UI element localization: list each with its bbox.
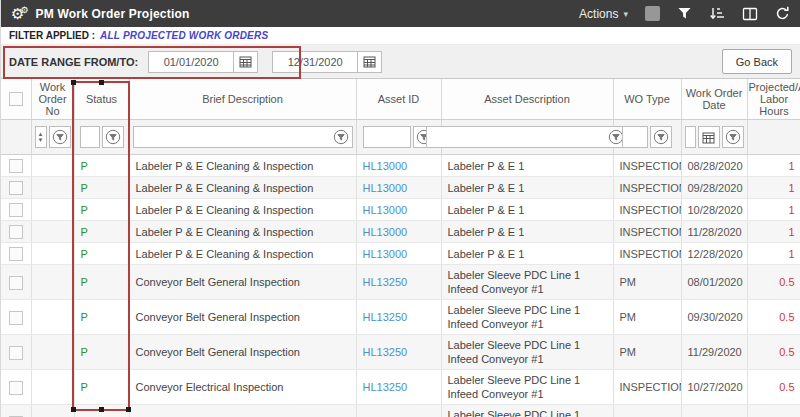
brief-description-filter-button[interactable] [333, 129, 352, 145]
asset-id-link[interactable]: HL13000 [363, 160, 408, 172]
work-order-date-cell: 10/27/2020 [681, 370, 747, 405]
asset-id-link[interactable]: HL13250 [363, 276, 408, 288]
work-order-date-cell: 09/18/2020 [681, 405, 747, 417]
date-to-calendar-button[interactable] [358, 51, 382, 73]
col-header-status[interactable]: Status [74, 79, 129, 120]
titlebar: ⚙⚙ PM Work Order Projection Actions▾ [1, 0, 800, 27]
row-checkbox[interactable] [9, 181, 23, 195]
work-order-no-cell [31, 243, 74, 265]
labor-hours-cell: 0.5 [747, 335, 800, 370]
asset-id-link[interactable]: HL13250 [363, 346, 408, 358]
asset-id-link[interactable]: HL13250 [363, 381, 408, 393]
work-order-no-cell [31, 300, 74, 335]
wo-type-cell: INSPECTION [613, 405, 681, 417]
sort-icon[interactable] [709, 6, 725, 21]
row-select-cell [1, 243, 31, 265]
table-row: PLabeler P & E Cleaning & InspectionHL13… [1, 177, 800, 199]
col-header-wo-type[interactable]: WO Type [613, 79, 681, 120]
row-select-cell [1, 221, 31, 243]
col-header-work-order-date[interactable]: Work Order Date [681, 79, 747, 120]
asset-id-link[interactable]: HL13000 [363, 182, 408, 194]
filter-applied-value[interactable]: ALL PROJECTED WORK ORDERS [100, 30, 268, 41]
row-checkbox[interactable] [9, 311, 23, 325]
work-order-date-cell: 09/30/2020 [681, 300, 747, 335]
brief-description-cell: Conveyor Belt General Inspection [129, 335, 356, 370]
asset-id-link[interactable]: HL13000 [363, 248, 408, 260]
filter-cell-asset-description [441, 120, 613, 155]
chevron-down-icon: ▾ [623, 9, 628, 19]
row-checkbox[interactable] [9, 381, 23, 395]
refresh-icon[interactable] [775, 6, 790, 21]
wo-type-cell: INSPECTION [613, 243, 681, 265]
row-checkbox[interactable] [9, 346, 23, 360]
status-filter-input[interactable] [80, 126, 100, 148]
wo-type-cell: PM [613, 265, 681, 300]
asset-id-link[interactable]: HL13000 [363, 226, 408, 238]
cogs-icon: ⚙⚙ [11, 6, 29, 22]
status-filter-button[interactable] [102, 126, 124, 148]
page-title: PM Work Order Projection [36, 7, 190, 21]
col-header-work-order-no[interactable]: Work Order No [31, 79, 74, 120]
row-checkbox[interactable] [9, 159, 23, 173]
row-checkbox[interactable] [9, 276, 23, 290]
work-order-date-filter-input[interactable] [685, 126, 696, 148]
work-order-date-cell: 09/28/2020 [681, 177, 747, 199]
table-row: PConveyor Belt General InspectionHL13250… [1, 300, 800, 335]
brief-description-cell: Conveyor Belt General Inspection [129, 300, 356, 335]
labor-hours-cell: 1 [747, 221, 800, 243]
brief-description-cell: Conveyor Electrical Inspection [129, 370, 356, 405]
work-order-date-calendar-button[interactable] [698, 126, 720, 148]
table-row: PConveyor Belt General InspectionHL13250… [1, 265, 800, 300]
wo-type-cell: INSPECTION [613, 221, 681, 243]
work-order-no-cell [31, 199, 74, 221]
col-header-asset-description[interactable]: Asset Description [441, 79, 613, 120]
select-all-checkbox[interactable] [9, 92, 23, 106]
date-from-calendar-button[interactable] [234, 51, 258, 73]
asset-id-link[interactable]: HL13250 [363, 311, 408, 323]
brief-description-cell: Labeler P & E Cleaning & Inspection [129, 243, 356, 265]
row-select-cell [1, 370, 31, 405]
columns-icon[interactable] [742, 7, 758, 21]
filter-cell-wo-type [613, 120, 681, 155]
status-cell: P [74, 405, 129, 417]
swatch-icon[interactable] [645, 6, 660, 21]
date-to-input[interactable] [272, 51, 358, 73]
wo-type-filter-input[interactable] [622, 126, 648, 148]
go-back-button[interactable]: Go Back [722, 49, 792, 74]
asset-description-cell: Labeler P & E 1 [441, 221, 613, 243]
col-header-asset-id[interactable]: Asset ID [356, 79, 441, 120]
asset-description-cell: Labeler Sleeve PDC Line 1 Infeed Conveyo… [441, 405, 613, 417]
brief-description-filter-input[interactable] [134, 127, 333, 147]
row-select-cell [1, 177, 31, 199]
work-order-no-stepper[interactable]: ▲▼ [35, 126, 47, 148]
status-cell: P [74, 370, 129, 405]
wo-type-filter-button[interactable] [650, 126, 672, 148]
row-checkbox[interactable] [9, 203, 23, 217]
work-order-date-cell: 08/01/2020 [681, 265, 747, 300]
filter-icon[interactable] [677, 6, 692, 21]
col-header-labor-hours[interactable]: Projected/A Labor Hours [747, 79, 800, 120]
actions-menu-button[interactable]: Actions▾ [579, 7, 628, 21]
asset-id-cell: HL13250 [356, 300, 441, 335]
labor-hours-cell: 0.5 [747, 265, 800, 300]
work-orders-table: Work Order No Status Brief Description A… [1, 79, 800, 417]
date-from-input[interactable] [148, 51, 234, 73]
asset-id-filter-input[interactable] [363, 126, 411, 148]
date-range-label: DATE RANGE FROM/TO: [9, 56, 138, 68]
work-order-date-cell: 11/28/2020 [681, 221, 747, 243]
row-select-cell [1, 405, 31, 417]
asset-id-cell: HL13250 [356, 370, 441, 405]
col-header-brief-description[interactable]: Brief Description [129, 79, 356, 120]
status-cell: P [74, 199, 129, 221]
row-checkbox[interactable] [9, 225, 23, 239]
row-checkbox[interactable] [9, 247, 23, 261]
asset-description-filter-input[interactable] [427, 127, 608, 147]
table-row: PConveyor Belt General InspectionHL13250… [1, 335, 800, 370]
asset-description-cell: Labeler P & E 1 [441, 155, 613, 177]
wo-type-cell: INSPECTION [613, 177, 681, 199]
work-order-date-filter-button[interactable] [722, 126, 744, 148]
labor-hours-cell: 0.5 [747, 300, 800, 335]
asset-id-link[interactable]: HL13000 [363, 204, 408, 216]
work-order-no-filter-button[interactable] [49, 126, 71, 148]
table-row: PLabeler P & E Cleaning & InspectionHL13… [1, 199, 800, 221]
